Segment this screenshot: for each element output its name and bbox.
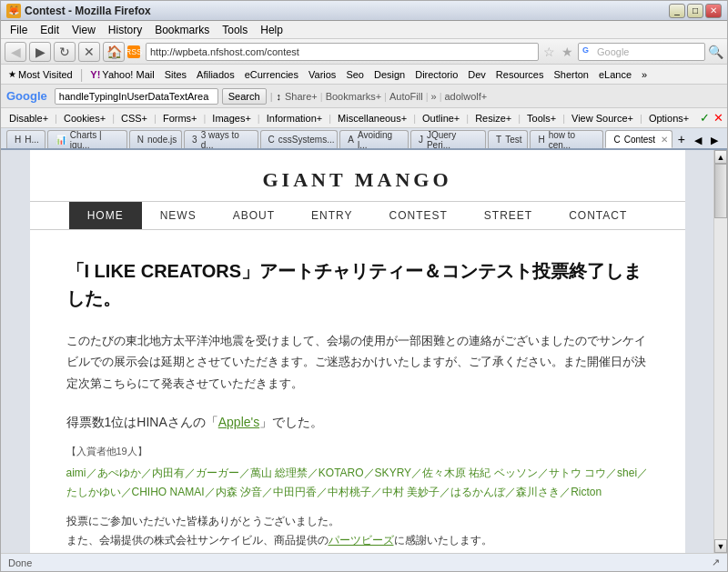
status-bar: Done ↗ [1,553,727,571]
dev-outline[interactable]: Outline+ [418,112,464,125]
dev-cookies[interactable]: Cookies+ [59,112,110,125]
nav-street[interactable]: STREET [466,202,551,229]
nav-contact[interactable]: CONTACT [551,202,645,229]
dev-error-icon[interactable]: ✕ [713,111,723,125]
page-scroll[interactable]: GIANT MANGO HOME NEWS ABOUT ENTRY CONTES… [1,150,713,553]
scroll-thumb[interactable] [714,164,727,218]
closing-link[interactable]: パーツビーズ [329,534,394,547]
tab-scroll-left[interactable]: ◀ [691,133,705,148]
new-tab-button[interactable]: + [674,130,689,148]
dev-disable[interactable]: Disable+ [5,112,53,125]
nav-contest[interactable]: CONTEST [371,202,466,229]
site-wrapper: GIANT MANGO HOME NEWS ABOUT ENTRY CONTES… [30,150,685,553]
google-more[interactable]: » [431,91,437,102]
google-logo: Google [6,89,47,103]
google-extra-btn[interactable]: ↕ [277,91,282,102]
dev-tools[interactable]: Tools+ [522,112,561,125]
scroll-track[interactable] [714,164,727,539]
google-divider-5: | [440,91,442,102]
scroll-up-button[interactable]: ▲ [714,150,727,164]
bookmark-star-icon[interactable]: ★ [561,45,573,59]
google-user[interactable]: adolwolf+ [444,91,487,102]
tab-jquery[interactable]: J JQuery Peri... [410,130,486,148]
tab-scroll-right[interactable]: ▶ [707,133,722,148]
google-search-button[interactable]: Search [222,88,267,105]
bm-resources[interactable]: Resources [492,68,548,81]
menu-edit[interactable]: Edit [35,22,65,38]
tab-label-howto: how to cen... [549,130,596,148]
bm-varios[interactable]: Varios [305,68,339,81]
bm-sherton[interactable]: Sherton [550,68,592,81]
tab-close-contest[interactable]: ✕ [661,135,668,145]
close-button[interactable]: ✕ [705,4,722,18]
bm-sites[interactable]: Sites [161,68,190,81]
bm-yahoo-mail[interactable]: Y! Yahoo! Mail [86,68,157,81]
tab-avoiding[interactable]: A Avoiding l... [339,130,409,148]
refresh-button[interactable]: ↻ [54,42,76,62]
bm-seo[interactable]: Seo [342,68,368,81]
maximize-button[interactable]: □ [687,4,703,18]
dev-viewsource[interactable]: View Source+ [567,112,638,125]
tab-3ways[interactable]: 3 3 ways to d... [184,130,258,148]
star-icon[interactable]: ☆ [543,45,555,59]
dev-check-icon[interactable]: ✓ [700,111,710,125]
status-arrow-icon[interactable]: ↗ [712,557,720,568]
menu-help[interactable]: Help [255,22,288,38]
google-divider-3: | [384,91,387,102]
nav-home[interactable]: HOME [69,202,142,229]
bm-most-visited[interactable]: ★ Most Visited [5,68,76,81]
bm-dev[interactable]: Dev [464,68,490,81]
dev-info[interactable]: Information+ [262,112,327,125]
dev-resize[interactable]: Resize+ [470,112,516,125]
search-bar[interactable]: G Google [578,43,705,61]
tab-favicon-avoiding: A [348,135,354,145]
google-icon-1[interactable]: Share+ [285,91,318,102]
dev-options[interactable]: Options+ [644,112,693,125]
bm-directorio[interactable]: Directorio [411,68,461,81]
minimize-button[interactable]: _ [669,4,685,18]
google-icon-autofill[interactable]: AutoFill [389,91,423,102]
url-bar[interactable]: http://wpbeta.nfshost.com/contest [146,43,539,61]
dev-images[interactable]: Images+ [207,112,256,125]
winner-link[interactable]: Apple's [218,415,259,429]
winner-text-after: 」でした。 [259,415,323,429]
back-button[interactable]: ◀ [5,42,26,62]
search-submit-icon[interactable]: 🔍 [708,45,723,59]
browser-window: 🦊 Contest - Mozilla Firefox _ □ ✕ File E… [0,0,728,572]
dev-css[interactable]: CSS+ [116,112,152,125]
tab-h[interactable]: H H... [6,130,46,148]
forward-button[interactable]: ▶ [29,42,51,62]
site-nav: HOME NEWS ABOUT ENTRY CONTEST STREET CON… [30,201,685,230]
nav-entry[interactable]: ENTRY [293,202,370,229]
tab-favicon-test: T [496,135,501,145]
url-text: http://wpbeta.nfshost.com/contest [150,46,534,57]
tab-contest[interactable]: C Contest ✕ [605,130,672,148]
tab-nodejs[interactable]: N node.js [129,130,182,148]
menu-bookmarks[interactable]: Bookmarks [149,22,215,38]
nav-about[interactable]: ABOUT [215,202,293,229]
tab-label-charts: Charts | jqu... [70,130,119,148]
nav-news[interactable]: NEWS [142,202,215,229]
menu-history[interactable]: History [103,22,147,38]
menu-view[interactable]: View [66,22,101,38]
dev-misc[interactable]: Miscellaneous+ [333,112,411,125]
tab-favicon-h: H [15,135,21,145]
menu-file[interactable]: File [5,22,33,38]
bm-afiliados[interactable]: Afiliados [193,68,238,81]
bm-design[interactable]: Design [370,68,409,81]
bm-ecurrencies[interactable]: eCurrencies [241,68,302,81]
tab-charts[interactable]: 📊 Charts | jqu... [47,130,127,148]
tab-howto[interactable]: H how to cen... [530,130,603,148]
bm-elance[interactable]: eLance [595,68,635,81]
google-input[interactable] [55,88,218,105]
scroll-down-button[interactable]: ▼ [714,539,727,553]
content-area: GIANT MANGO HOME NEWS ABOUT ENTRY CONTES… [1,150,727,553]
home-button[interactable]: 🏠 [103,42,125,62]
google-icon-bookmarks[interactable]: Bookmarks+ [326,91,381,102]
tab-csssystems[interactable]: C cssSystems... [260,130,339,148]
bm-more[interactable]: » [638,68,651,81]
stop-button[interactable]: ✕ [78,42,100,62]
menu-tools[interactable]: Tools [217,22,253,38]
tab-test[interactable]: T Test [488,130,528,148]
dev-forms[interactable]: Forms+ [158,112,202,125]
